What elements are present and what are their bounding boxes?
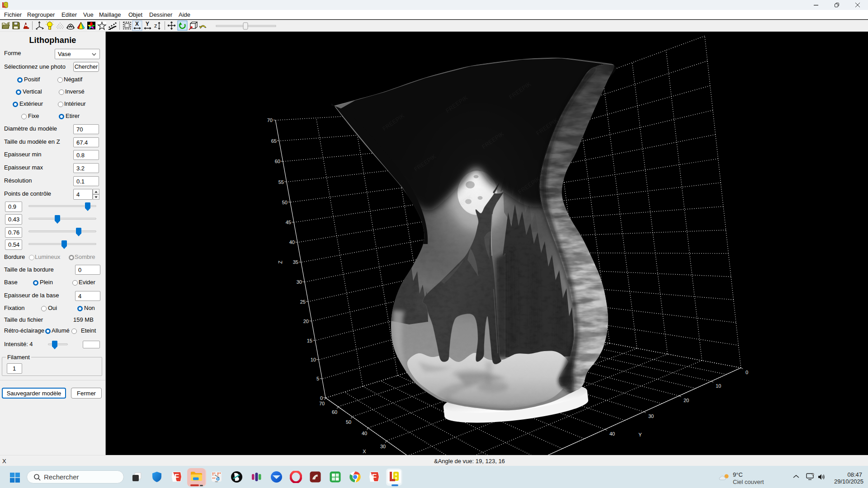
svg-text:40: 40 [609,431,615,436]
svg-text:0: 0 [745,370,748,375]
svg-text:0: 0 [320,395,323,401]
svg-text:70: 70 [267,117,273,123]
svg-text:30: 30 [648,413,654,419]
svg-text:Y: Y [638,432,642,437]
svg-text:50: 50 [346,419,351,425]
svg-text:40: 40 [362,431,367,436]
svg-text:20: 20 [684,398,689,403]
svg-text:X: X [135,21,139,27]
svg-text:30: 30 [380,444,386,449]
svg-text:35: 35 [293,259,298,265]
svg-text:50: 50 [282,200,288,205]
svg-text:z: z [154,22,157,29]
svg-text:40: 40 [289,239,295,245]
svg-text:70: 70 [319,401,325,406]
svg-text:10: 10 [716,383,721,389]
svg-text:55: 55 [278,179,284,185]
svg-text:Z: Z [278,260,283,263]
svg-text:60: 60 [332,409,337,415]
svg-text:15: 15 [307,338,312,343]
svg-text:5: 5 [316,376,319,381]
svg-text:X: X [363,449,366,454]
svg-text:65: 65 [271,138,277,144]
svg-text:30: 30 [297,279,302,285]
svg-text:25: 25 [300,299,306,305]
svg-text:F: F [175,473,179,481]
svg-text:10: 10 [311,357,316,362]
svg-text:60: 60 [275,159,280,164]
svg-text:45: 45 [286,220,291,225]
svg-text:F: F [372,473,377,481]
svg-text:Y: Y [146,21,149,27]
svg-text:20: 20 [303,319,309,324]
